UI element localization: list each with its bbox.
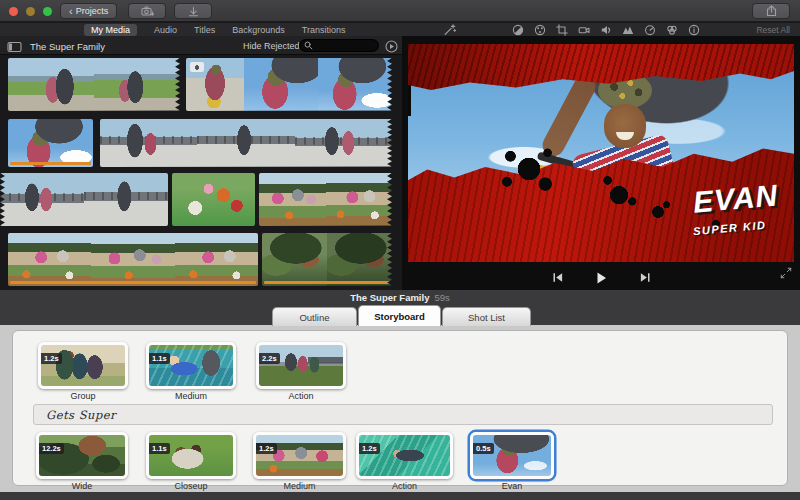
effects-button[interactable] (665, 23, 678, 36)
color-correction-button[interactable] (533, 23, 546, 36)
clip-filter-label: Hide Rejected (243, 41, 300, 51)
tab-outline[interactable]: Outline (272, 307, 357, 326)
clip-label: Group (38, 391, 128, 401)
clip-thumbnail: 1.1s (146, 432, 236, 479)
storyboard-section-header[interactable]: Gets Super (33, 404, 773, 425)
tab-titles[interactable]: Titles (194, 25, 215, 35)
duration-badge: 1.1s (149, 443, 170, 454)
stabilization-camera-icon (578, 24, 590, 36)
storyboard-clip-group[interactable]: 1.2s Group (38, 342, 128, 401)
color-correction-icon (534, 24, 546, 36)
media-clip[interactable] (8, 58, 180, 111)
fullscreen-button[interactable] (780, 265, 792, 283)
media-clip[interactable] (0, 173, 168, 226)
viewer: EVAN SUPER KID (402, 36, 800, 290)
crop-button[interactable] (555, 23, 568, 36)
reset-all-button[interactable]: Reset All (756, 25, 790, 35)
volume-button[interactable] (599, 23, 612, 36)
back-label: Projects (76, 6, 109, 16)
media-clip-favorite[interactable] (8, 119, 93, 167)
clip-image (149, 345, 233, 386)
media-clip[interactable] (259, 173, 392, 226)
tab-audio[interactable]: Audio (154, 25, 177, 35)
duration-badge: 0.5s (473, 443, 494, 454)
clip-label: Wide (36, 481, 128, 491)
clip-thumbnail: 1.1s (146, 342, 236, 389)
clip-frame (100, 119, 197, 167)
tab-my-media[interactable]: My Media (84, 24, 137, 36)
storyboard-content: 1.2s Group 1.1s Medium 2.2s A (12, 330, 788, 486)
camera-badge-icon (190, 62, 204, 72)
info-icon (688, 24, 700, 36)
duration-badge: 1.2s (256, 443, 277, 454)
media-clip-favorite[interactable] (262, 233, 392, 286)
clip-image (473, 435, 551, 476)
info-button[interactable] (687, 23, 700, 36)
clip-thumbnail: 1.2s (38, 342, 128, 389)
clip-frame (175, 233, 258, 286)
enhance-button[interactable] (443, 23, 456, 36)
ink-splatter (500, 140, 558, 198)
color-balance-button[interactable] (511, 23, 524, 36)
media-source-title[interactable]: The Super Family (30, 41, 105, 52)
previous-frame-button[interactable] (549, 270, 565, 285)
clip-frame (8, 58, 94, 111)
project-duration: 59s (434, 292, 449, 303)
clip-frame (262, 233, 327, 286)
storyboard-clip-action-2[interactable]: 1.2s Action (356, 432, 453, 491)
storyboard-clip-action[interactable]: 2.2s Action (256, 342, 346, 401)
noise-reduction-icon (622, 24, 634, 36)
storyboard-clip-evan-selected[interactable]: 0.5s Evan (470, 432, 554, 491)
tab-storyboard[interactable]: Storyboard (358, 305, 441, 326)
storyboard-clip-medium[interactable]: 1.1s Medium (146, 342, 236, 401)
media-clip[interactable] (100, 119, 392, 167)
zoom-button[interactable] (43, 7, 52, 16)
imovie-window: ‹ Projects My Media (0, 0, 800, 500)
media-browser-header: The Super Family Hide Rejected (0, 36, 402, 55)
clip-frame (91, 233, 174, 286)
noise-reduction-button[interactable] (621, 23, 634, 36)
clip-frame (259, 173, 326, 226)
fullscreen-icon (780, 267, 792, 279)
effects-overlap-icon (666, 24, 678, 36)
clip-image (256, 435, 343, 476)
import-media-button[interactable] (128, 3, 166, 19)
search-input[interactable] (313, 41, 373, 50)
crop-icon (556, 24, 568, 36)
tab-backgrounds[interactable]: Backgrounds (232, 25, 285, 35)
clip-frame (326, 173, 393, 226)
next-icon (639, 271, 652, 284)
duration-badge: 1.1s (149, 353, 170, 364)
play-button[interactable] (593, 270, 609, 285)
share-button[interactable] (752, 3, 790, 19)
speed-button[interactable] (643, 23, 656, 36)
download-button[interactable] (174, 3, 212, 19)
storyboard-clip-medium-2[interactable]: 1.2s Medium (253, 432, 346, 491)
clip-image (149, 435, 233, 476)
media-clip-favorite[interactable] (8, 233, 258, 286)
back-to-projects-button[interactable]: ‹ Projects (60, 3, 117, 19)
clip-frame (327, 233, 392, 286)
enhance-wand-icon (443, 23, 456, 36)
storyboard-clip-closeup[interactable]: 1.1s Closeup (146, 432, 236, 491)
stabilization-button[interactable] (577, 23, 590, 36)
tab-shot-list[interactable]: Shot List (442, 307, 531, 326)
close-button[interactable] (9, 7, 18, 16)
clip-thumbnail: 1.2s (356, 432, 453, 479)
media-browser-tabs: My Media Audio Titles Backgrounds Transi… (84, 23, 345, 36)
duration-badge: 12.2s (39, 443, 64, 454)
minimize-button[interactable] (26, 7, 35, 16)
section-title: Gets Super (46, 408, 116, 422)
clip-image (359, 435, 450, 476)
search-field[interactable] (299, 39, 379, 52)
window-controls (9, 7, 52, 16)
media-clip[interactable] (172, 173, 255, 226)
viewer-adjust-toolbar (511, 23, 700, 36)
project-status-bar: The Super Family 59s (0, 290, 800, 305)
duration-badge: 1.2s (41, 353, 62, 364)
next-frame-button[interactable] (637, 270, 653, 285)
storyboard-clip-wide[interactable]: 12.2s Wide (36, 432, 128, 491)
media-clip[interactable] (186, 58, 392, 111)
clip-label: Action (256, 391, 346, 401)
tab-transitions[interactable]: Transitions (302, 25, 346, 35)
